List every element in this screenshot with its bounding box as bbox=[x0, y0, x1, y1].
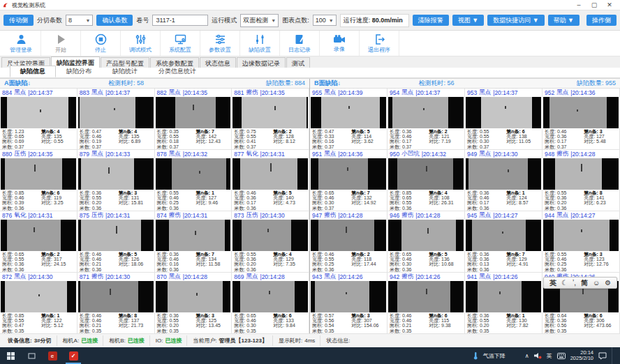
defect-cell[interactable]: 942擦伤|20:14:26长度: 0.46第n条: 6宽度: 0.46亮度: … bbox=[388, 273, 465, 334]
panel-b-title[interactable]: B面缺陷↓ bbox=[314, 79, 341, 88]
tray-expand-chevron[interactable]: ∧ bbox=[525, 353, 529, 359]
defect-image[interactable] bbox=[311, 158, 386, 190]
action-params-sliders[interactable]: 参数设置 bbox=[200, 31, 240, 56]
defect-image[interactable] bbox=[1, 220, 76, 251]
defect-cell[interactable]: 882黑点|20:14:35长度: 0.35第n条: 7宽度: 0.55亮度: … bbox=[155, 89, 232, 150]
action-play[interactable]: 开始 bbox=[41, 31, 81, 56]
action-video-camera[interactable]: 录像 bbox=[320, 31, 360, 56]
notification-icon[interactable] bbox=[598, 352, 607, 360]
defect-image[interactable] bbox=[388, 281, 464, 312]
sub-tab-1[interactable]: 缺陷信息 bbox=[10, 66, 56, 77]
taskbar-clock[interactable]: 20:142025/2/10 bbox=[570, 350, 593, 362]
help-menu-button[interactable]: 帮助 ▼ bbox=[548, 15, 580, 26]
defect-cell[interactable]: 875压伤|20:14:31长度: 0.46第n条: 5宽度: 0.46亮度: … bbox=[78, 211, 155, 273]
defect-image[interactable] bbox=[388, 158, 464, 190]
ime-emoji-icon[interactable]: ☺ bbox=[593, 279, 600, 287]
run-mode-select[interactable]: 双面检测▼ bbox=[240, 14, 279, 27]
defect-image[interactable] bbox=[466, 220, 541, 251]
close-button[interactable]: ✕ bbox=[602, 1, 617, 10]
main-tab-6[interactable]: 边缘数据记录 bbox=[237, 57, 286, 68]
defect-cell[interactable]: 949黑点|20:14:30长度: 0.36第n条: 1宽度: 0.46亮度: … bbox=[465, 150, 542, 211]
start-button[interactable] bbox=[0, 347, 21, 364]
taskbar-app-inspection[interactable]: ✓ bbox=[63, 347, 84, 364]
main-tab-7[interactable]: 测试 bbox=[286, 57, 310, 68]
defect-image[interactable] bbox=[543, 97, 619, 128]
clear-alarm-button[interactable]: 清除报警 bbox=[413, 15, 449, 26]
defect-cell[interactable]: 946擦伤|20:14:28长度: 0.65第n条: 5宽度: 0.46亮度: … bbox=[388, 211, 465, 273]
weather-text[interactable]: 气温下降 bbox=[483, 352, 505, 360]
defect-cell[interactable]: 950小凹坑|20:14:32长度: 0.85第n条: 4宽度: 0.65亮度:… bbox=[388, 150, 465, 211]
defect-image[interactable] bbox=[232, 97, 308, 128]
speaker-icon[interactable] bbox=[534, 352, 542, 359]
defect-image[interactable] bbox=[1, 97, 76, 128]
defect-cell[interactable]: 874擦伤|20:14:31长度: 0.36第n条: 7宽度: 0.46亮度: … bbox=[155, 211, 232, 273]
action-debug-sliders[interactable]: 调试模式 bbox=[121, 31, 161, 56]
show-desktop-button[interactable] bbox=[612, 347, 616, 364]
defect-image[interactable] bbox=[78, 158, 154, 190]
defect-image[interactable] bbox=[543, 220, 619, 251]
sub-tab-2[interactable]: 缺陷分布 bbox=[56, 66, 102, 77]
ime-simplified-toggle[interactable]: 简 bbox=[581, 278, 588, 288]
minimize-button[interactable]: – bbox=[571, 1, 586, 10]
defect-image[interactable] bbox=[156, 158, 231, 190]
defect-image[interactable] bbox=[156, 97, 231, 128]
defect-cell[interactable]: 954黑点|20:14:37长度: 0.36第n条: 2宽度: 0.46亮度: … bbox=[388, 89, 465, 150]
defect-cell[interactable]: 944黑点|20:14:27长度: 0.55第n条: 3宽度: 0.46亮度: … bbox=[542, 211, 620, 273]
defect-image[interactable] bbox=[156, 281, 231, 312]
defect-cell[interactable]: 873压伤|20:14:30长度: 0.55第n条: 4宽度: 0.36亮度: … bbox=[232, 211, 309, 273]
defect-cell[interactable]: 869黑点|20:14:28长度: 0.65第n条: 6宽度: 0.46亮度: … bbox=[232, 273, 309, 334]
defect-image[interactable] bbox=[466, 97, 541, 128]
taskbar-app-browser[interactable]: e bbox=[42, 347, 63, 364]
defect-cell[interactable]: 872黑点|20:14:30长度: 0.85第n条: 1宽度: 0.55亮度: … bbox=[0, 273, 78, 334]
defect-image[interactable] bbox=[156, 220, 231, 251]
operate-side-button[interactable]: 操作侧 bbox=[586, 15, 617, 26]
defect-image[interactable] bbox=[232, 158, 308, 190]
defect-image[interactable] bbox=[78, 220, 154, 251]
keyboard-icon[interactable] bbox=[557, 353, 566, 359]
slit-count-select[interactable]: 8▼ bbox=[66, 15, 93, 26]
defect-image[interactable] bbox=[78, 281, 154, 312]
task-view-button[interactable] bbox=[21, 347, 42, 364]
view-menu-button[interactable]: 视图 ▼ bbox=[452, 15, 484, 26]
defect-cell[interactable]: 953黑点|20:14:37长度: 0.55第n条: 6宽度: 0.55亮度: … bbox=[465, 89, 542, 150]
drive-side-button[interactable]: 传动侧 bbox=[3, 15, 34, 26]
defect-image[interactable] bbox=[466, 158, 541, 190]
defect-cell[interactable]: 877氧化|20:14:31长度: 0.46第n条: 5宽度: 0.36亮度: … bbox=[232, 150, 309, 211]
defect-cell[interactable]: 948擦伤|20:14:28长度: 0.55第n条: 8宽度: 0.36亮度: … bbox=[542, 150, 620, 211]
defect-cell[interactable]: 883黑点|20:14:37长度: 0.47第n条: 4宽度: 0.46亮度: … bbox=[78, 89, 155, 150]
defect-image[interactable] bbox=[311, 281, 386, 312]
defect-cell[interactable]: 870黑点|20:14:28长度: 0.36第n条: 3宽度: 0.55亮度: … bbox=[155, 273, 232, 334]
ime-moon-icon[interactable]: ☾ bbox=[561, 279, 568, 287]
defect-cell[interactable]: 943黑点|20:14:26长度: 0.57第n条: 3宽度: 0.56亮度: … bbox=[310, 273, 388, 334]
defect-cell[interactable]: 881擦伤|20:14:35长度: 0.75第n条: 2宽度: 0.55亮度: … bbox=[232, 89, 309, 150]
defect-image[interactable] bbox=[232, 220, 308, 251]
maximize-button[interactable]: ▢ bbox=[586, 1, 602, 10]
data-access-menu-button[interactable]: 数据快捷访问 ▼ bbox=[487, 15, 544, 26]
defect-image[interactable] bbox=[466, 281, 541, 312]
ime-settings-gear-icon[interactable]: ⚙ bbox=[605, 279, 611, 287]
confirm-count-button[interactable]: 确认条数 bbox=[96, 15, 133, 26]
action-system-config[interactable]: 系统配置 bbox=[161, 31, 200, 56]
defect-cell[interactable]: 952黑点|20:14:36长度: 0.46第n条: 3宽度: 0.36亮度: … bbox=[542, 89, 620, 150]
defect-image[interactable] bbox=[1, 281, 76, 312]
input-language-indicator[interactable]: 英 bbox=[547, 352, 552, 360]
defect-cell[interactable]: 871擦伤|20:14:30长度: 0.46第n条: 8宽度: 0.46亮度: … bbox=[78, 273, 155, 334]
defect-image[interactable] bbox=[232, 281, 308, 312]
action-defect-settings[interactable]: 缺陷设置 bbox=[240, 31, 280, 56]
defect-cell[interactable]: 951黑点|20:14:36长度: 0.65第n条: 7宽度: 0.46亮度: … bbox=[310, 150, 388, 211]
chart-points-select[interactable]: 100▼ bbox=[313, 15, 337, 26]
defect-image[interactable] bbox=[388, 97, 464, 128]
action-stop[interactable]: 停止 bbox=[81, 31, 121, 56]
action-user[interactable]: 管理登录 bbox=[1, 31, 41, 56]
defect-cell[interactable]: 941黑点|20:14:26长度: 0.36第n条: 1宽度: 0.55亮度: … bbox=[465, 273, 542, 334]
ime-lang-toggle[interactable]: 英 bbox=[549, 278, 556, 288]
ime-punctuation-toggle[interactable]: ’, bbox=[573, 279, 576, 287]
defect-cell[interactable]: 878黑点|20:14:32长度: 0.55第n条: 1宽度: 0.46亮度: … bbox=[155, 150, 232, 211]
defect-cell[interactable]: 955黑点|20:14:39长度: 0.47第n条: 5宽度: 0.33亮度: … bbox=[310, 89, 388, 150]
defect-cell[interactable]: 947擦伤|20:14:28长度: 0.46第n条: 2宽度: 0.55亮度: … bbox=[310, 211, 388, 273]
defect-image[interactable] bbox=[311, 97, 386, 128]
defect-image[interactable] bbox=[543, 158, 619, 190]
defect-image[interactable] bbox=[388, 220, 464, 251]
defect-image[interactable] bbox=[1, 158, 76, 190]
defect-cell[interactable]: 880压伤|20:14:35长度: 0.85第n条: 6宽度: 0.46亮度: … bbox=[0, 150, 78, 211]
